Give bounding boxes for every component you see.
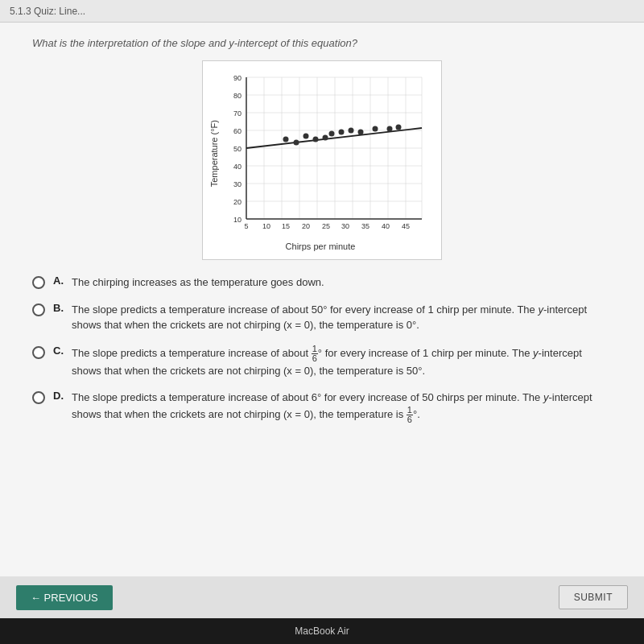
answer-d[interactable]: D. The slope predicts a temperature incr… — [32, 390, 612, 424]
chart-svg: 90 80 70 60 50 40 30 20 10 5 — [222, 69, 431, 238]
svg-text:25: 25 — [322, 222, 330, 230]
svg-text:35: 35 — [361, 222, 369, 230]
quiz-label: 5.1.3 Quiz: Line... — [10, 6, 85, 17]
svg-text:5: 5 — [244, 222, 248, 230]
bottom-bar: ← PREVIOUS SUBMIT — [0, 576, 644, 618]
data-point — [358, 130, 364, 135]
answer-c[interactable]: C. The slope predicts a temperature incr… — [32, 345, 612, 379]
data-point — [329, 131, 335, 137]
svg-text:30: 30 — [233, 180, 242, 188]
answer-d-text: The slope predicts a temperature increas… — [72, 390, 612, 424]
answers-container: A. The chirping increases as the tempera… — [32, 275, 612, 424]
svg-text:20: 20 — [302, 222, 310, 230]
svg-text:10: 10 — [262, 222, 270, 230]
data-point — [396, 125, 402, 130]
chart-and-yaxis: Temperature (°F) — [209, 69, 431, 238]
data-point — [323, 135, 328, 141]
svg-text:20: 20 — [233, 198, 242, 206]
answer-b-text: The slope predicts a temperature increas… — [72, 302, 612, 333]
macbook-bar: MacBook Air — [0, 618, 644, 644]
radio-a[interactable] — [32, 276, 45, 289]
svg-text:90: 90 — [233, 74, 242, 82]
top-bar: 5.1.3 Quiz: Line... — [0, 0, 644, 23]
answer-b-letter: B. — [53, 302, 64, 314]
answer-c-text: The slope predicts a temperature increas… — [72, 345, 612, 379]
macbook-label: MacBook Air — [295, 625, 349, 637]
data-point — [349, 128, 354, 134]
chart-wrapper: Temperature (°F) — [202, 60, 442, 260]
svg-text:70: 70 — [233, 109, 242, 118]
svg-text:50: 50 — [233, 145, 242, 153]
answer-a[interactable]: A. The chirping increases as the tempera… — [32, 275, 612, 291]
x-axis-label: Chirps per minute — [286, 242, 356, 251]
question-text: What is the interpretation of the slope … — [32, 37, 612, 49]
svg-text:45: 45 — [402, 222, 410, 230]
svg-text:80: 80 — [233, 92, 242, 100]
answer-c-letter: C. — [53, 345, 64, 357]
radio-d[interactable] — [32, 391, 45, 404]
data-point — [339, 130, 345, 135]
radio-c[interactable] — [32, 346, 45, 359]
radio-b[interactable] — [32, 303, 45, 316]
svg-text:15: 15 — [282, 222, 290, 230]
data-point — [373, 126, 378, 132]
data-point — [387, 126, 393, 132]
data-point — [294, 140, 299, 146]
svg-text:10: 10 — [233, 216, 242, 224]
svg-line-40 — [246, 128, 422, 148]
answer-a-text: The chirping increases as the temperatur… — [72, 275, 324, 291]
main-content: What is the interpretation of the slope … — [0, 23, 644, 576]
chart-inner: Temperature (°F) — [209, 69, 431, 251]
svg-text:30: 30 — [341, 222, 349, 230]
data-point — [303, 134, 309, 139]
y-axis-label: Temperature (°F) — [209, 120, 219, 187]
chart-container: Temperature (°F) — [32, 60, 612, 260]
answer-d-letter: D. — [53, 390, 64, 402]
data-point — [283, 137, 289, 142]
submit-button[interactable]: SUBMIT — [559, 585, 628, 609]
scatter-chart: 90 80 70 60 50 40 30 20 10 5 — [222, 69, 431, 238]
svg-text:40: 40 — [382, 222, 390, 230]
svg-text:40: 40 — [233, 163, 242, 171]
svg-text:60: 60 — [233, 127, 242, 135]
answer-a-letter: A. — [53, 275, 64, 287]
data-point — [313, 137, 319, 142]
answer-b[interactable]: B. The slope predicts a temperature incr… — [32, 302, 612, 333]
previous-button[interactable]: ← PREVIOUS — [16, 585, 113, 610]
